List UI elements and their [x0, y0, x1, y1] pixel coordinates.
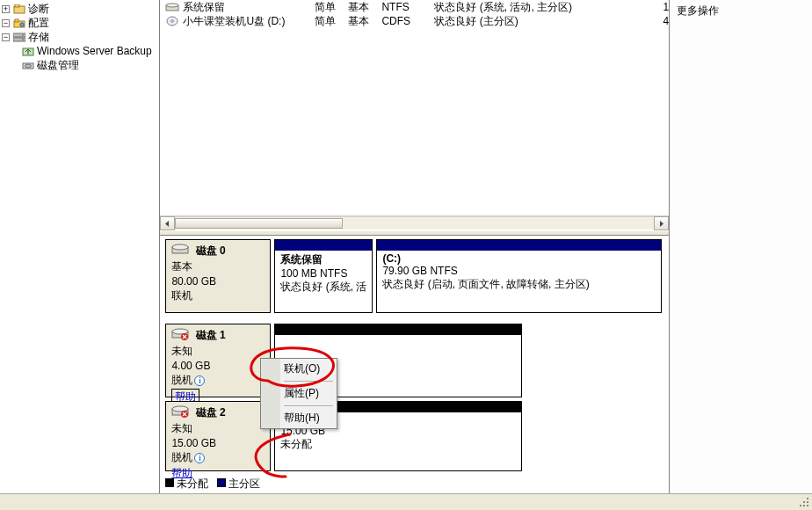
svg-rect-28 [803, 501, 805, 503]
menu-item-online[interactable]: 联机(O) [261, 359, 337, 379]
part-title: (C:) [382, 252, 656, 265]
diagnostics-icon [12, 3, 26, 15]
tree-item-storage[interactable]: − 存储 [0, 30, 159, 44]
vol-type: 基本 [348, 14, 381, 29]
svg-point-19 [172, 329, 188, 334]
partition-header [377, 240, 661, 251]
vol-fs: NTFS [381, 1, 434, 13]
vol-status: 状态良好 (系统, 活动, 主分区) [434, 0, 663, 15]
part-sub: 79.90 GB NTFS [382, 265, 656, 277]
svg-point-11 [25, 64, 32, 68]
vol-extra: 4 [663, 15, 669, 27]
status-bar [0, 493, 812, 510]
menu-separator [284, 381, 333, 382]
svg-rect-1 [15, 4, 19, 7]
vol-type: 基本 [348, 0, 381, 15]
context-menu: 联机(O) 属性(P) 帮助(H) [260, 358, 337, 429]
legend: 未分配 主分区 [165, 477, 260, 492]
disk-info[interactable]: 磁盘 0 基本 80.00 GB 联机 [165, 239, 271, 313]
disk-state: 联机 [171, 288, 265, 303]
partition[interactable]: (C:) 79.90 GB NTFS 状态良好 (启动, 页面文件, 故障转储,… [376, 239, 662, 313]
part-sub: 100 MB NTFS [280, 267, 366, 280]
disk-warn-icon [171, 328, 189, 340]
expand-icon[interactable]: + [2, 5, 10, 13]
scroll-right-button[interactable] [654, 216, 669, 230]
resize-grip-icon[interactable] [798, 496, 810, 508]
state-text: 脱机 [171, 374, 192, 386]
tree-label: 磁盘管理 [37, 58, 79, 73]
vol-name: 小牛课堂装机U盘 (D:) [183, 14, 315, 29]
svg-point-7 [22, 34, 24, 36]
volume-row[interactable]: 小牛课堂装机U盘 (D:) 简单 基本 CDFS 状态良好 (主分区) 4 [160, 14, 669, 28]
tree-label: Windows Server Backup [37, 45, 152, 57]
disk-info[interactable]: 磁盘 2 未知 15.00 GB 脱机i 帮助 [165, 401, 271, 471]
scroll-left-button[interactable] [160, 216, 175, 230]
actions-pane: 更多操作 [670, 0, 812, 493]
svg-rect-24 [807, 505, 808, 506]
disk-title: 磁盘 2 [196, 405, 226, 420]
info-icon[interactable]: i [194, 375, 205, 386]
volume-list: 系统保留 简单 基本 NTFS 状态良好 (系统, 活动, 主分区) 1 小牛课… [160, 0, 669, 230]
svg-rect-27 [800, 505, 801, 506]
legend-label: 主分区 [228, 477, 260, 490]
svg-point-4 [20, 22, 24, 26]
disk-size: 15.00 GB [171, 437, 265, 449]
disk-kind: 基本 [171, 259, 265, 274]
tree-item-diagnostics[interactable]: + 诊断 [0, 2, 159, 16]
tree-label: 存储 [28, 30, 49, 45]
tree-item-config[interactable]: − 配置 [0, 16, 159, 30]
more-actions-link[interactable]: 更多操作 [677, 4, 805, 18]
disk-row: 磁盘 2 未知 15.00 GB 脱机i 帮助 15.00 GB 未分配 [165, 401, 662, 471]
disk-row: 磁盘 1 未知 4.00 GB 脱机i 帮助 [165, 324, 662, 397]
menu-separator [284, 405, 333, 406]
disk-title: 磁盘 0 [196, 244, 226, 259]
disk-warn-icon [171, 405, 189, 418]
disk-info[interactable]: 磁盘 1 未知 4.00 GB 脱机i 帮助 [165, 324, 271, 397]
svg-point-22 [172, 406, 188, 412]
partition[interactable]: 系统保留 100 MB NTFS 状态良好 (系统, 活 [274, 239, 373, 313]
svg-rect-29 [807, 498, 808, 499]
disk-mgmt-icon [21, 59, 35, 71]
disk-icon [171, 244, 189, 256]
disk-state: 脱机i [171, 373, 265, 388]
disk-size: 4.00 GB [171, 360, 265, 372]
scroll-thumb[interactable] [175, 218, 343, 229]
info-icon[interactable]: i [194, 453, 205, 463]
vol-layout: 简单 [315, 0, 348, 15]
legend-swatch-unalloc [165, 478, 174, 487]
disk-graphical-view: 磁盘 0 基本 80.00 GB 联机 系统保留 100 MB NTFS 状态良… [160, 236, 669, 493]
expand-icon[interactable]: − [2, 19, 10, 27]
disk-state: 脱机i [171, 450, 265, 465]
disk-title: 磁盘 1 [196, 328, 226, 343]
tree-label: 配置 [28, 16, 49, 31]
part-title: 系统保留 [280, 252, 366, 267]
volume-row[interactable]: 系统保留 简单 基本 NTFS 状态良好 (系统, 活动, 主分区) 1 [160, 0, 669, 14]
collapse-icon[interactable]: − [2, 33, 10, 41]
svg-rect-25 [803, 505, 805, 506]
vol-name: 系统保留 [183, 0, 315, 15]
state-text: 脱机 [171, 451, 192, 463]
svg-point-8 [22, 39, 24, 40]
vol-extra: 1 [663, 1, 669, 13]
tree-item-diskmgmt[interactable]: 磁盘管理 [0, 58, 159, 72]
backup-icon [21, 45, 35, 57]
tree-item-wsb[interactable]: Windows Server Backup [0, 44, 159, 58]
volume-icon [165, 2, 179, 12]
menu-item-help[interactable]: 帮助(H) [261, 408, 337, 428]
center-pane: 系统保留 简单 基本 NTFS 状态良好 (系统, 活动, 主分区) 1 小牛课… [160, 0, 670, 493]
disk-kind: 未知 [171, 344, 265, 359]
disk-row: 磁盘 0 基本 80.00 GB 联机 系统保留 100 MB NTFS 状态良… [165, 239, 662, 313]
menu-item-properties[interactable]: 属性(P) [261, 383, 337, 404]
storage-icon [12, 31, 26, 43]
vol-status: 状态良好 (主分区) [434, 14, 663, 29]
disk-kind: 未知 [171, 421, 265, 436]
h-scrollbar[interactable] [160, 215, 669, 230]
disk-size: 80.00 GB [171, 275, 265, 288]
svg-point-15 [171, 20, 174, 22]
svg-point-17 [172, 244, 188, 250]
scroll-track[interactable] [175, 216, 654, 230]
svg-rect-26 [807, 501, 808, 503]
nav-tree: + 诊断 − 配置 − 存储 Windows Server Backu [0, 0, 160, 493]
part-status: 未分配 [280, 437, 516, 452]
partition-header [275, 240, 372, 251]
